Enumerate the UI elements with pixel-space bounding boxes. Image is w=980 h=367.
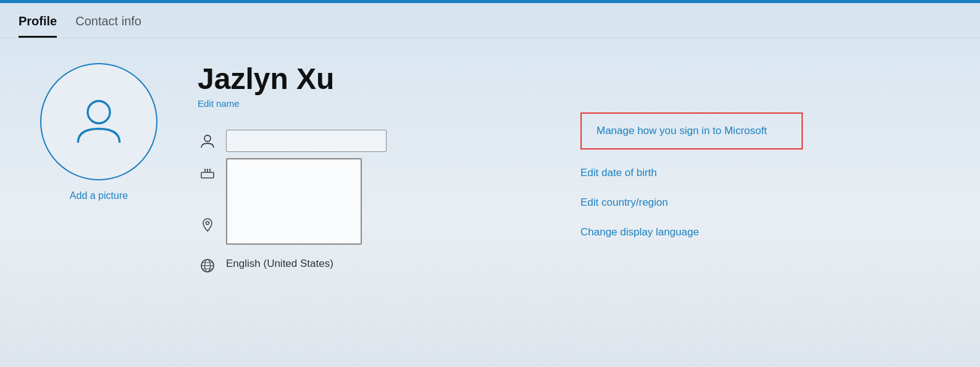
main-content: Add a picture Jazlyn Xu Edit name [0, 38, 980, 300]
svg-point-1 [204, 135, 211, 141]
svg-point-7 [207, 169, 208, 171]
profile-info: Jazlyn Xu Edit name [198, 63, 543, 276]
language-row: A English (United States) [198, 255, 543, 276]
language-icon: A [198, 256, 217, 276]
svg-point-6 [204, 169, 206, 171]
svg-point-8 [209, 169, 211, 171]
tab-contact-info[interactable]: Contact info [75, 14, 141, 38]
svg-point-0 [88, 101, 110, 124]
name-field-row [198, 130, 543, 152]
info-rows: A English (United States) [198, 130, 543, 276]
tab-profile[interactable]: Profile [19, 14, 57, 38]
location-icon [198, 215, 217, 235]
birthday-icon [198, 162, 217, 182]
avatar-circle[interactable] [40, 63, 157, 180]
user-avatar-icon [71, 93, 127, 151]
language-value: English (United States) [226, 258, 333, 270]
actions-section: Manage how you sign in to Microsoft Edit… [580, 63, 803, 238]
name-input-field[interactable] [226, 130, 387, 152]
edit-country-link[interactable]: Edit country/region [580, 196, 803, 209]
add-picture-link[interactable]: Add a picture [70, 190, 128, 201]
svg-rect-2 [201, 172, 214, 178]
birthday-field[interactable] [226, 158, 362, 245]
edit-name-link[interactable]: Edit name [198, 98, 543, 109]
person-icon [198, 131, 217, 151]
svg-point-9 [206, 221, 209, 224]
avatar-section: Add a picture [37, 63, 161, 201]
profile-name: Jazlyn Xu [198, 63, 543, 96]
change-language-link[interactable]: Change display language [580, 226, 803, 238]
tabs-row: Profile Contact info [0, 3, 980, 38]
manage-signin-link[interactable]: Manage how you sign in to Microsoft [580, 112, 803, 150]
edit-dob-link[interactable]: Edit date of birth [580, 167, 803, 179]
